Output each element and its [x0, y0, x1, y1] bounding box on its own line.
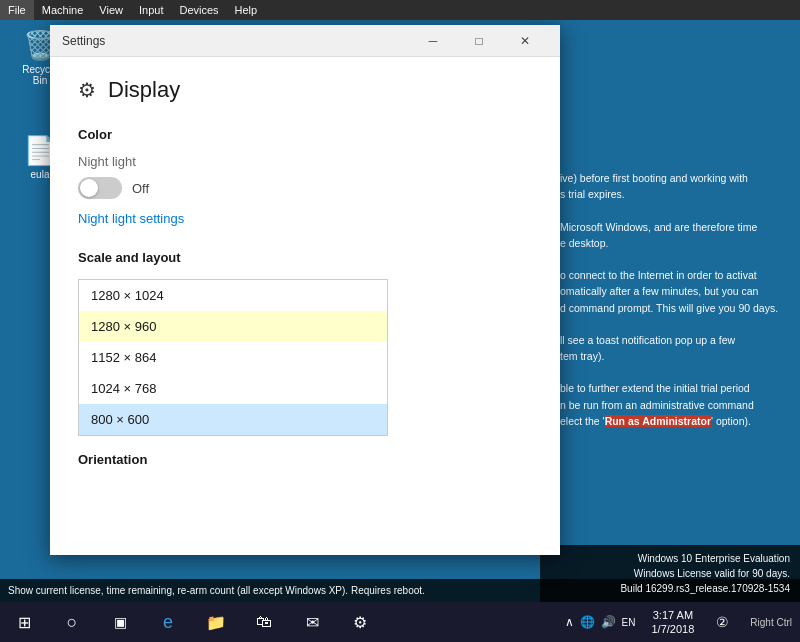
keyboard-icon: EN [622, 617, 636, 628]
resolution-item-0[interactable]: 1280 × 1024 [79, 280, 387, 311]
search-button[interactable]: ○ [48, 602, 96, 642]
night-light-toggle-row: Off [78, 177, 532, 199]
settings-titlebar: Settings ─ □ ✕ [50, 25, 560, 57]
start-button[interactable]: ⊞ [0, 602, 48, 642]
resolution-item-1[interactable]: 1280 × 960 [79, 311, 387, 342]
date-display: 1/7/2018 [651, 622, 694, 636]
settings-title: Settings [62, 34, 410, 48]
settings-header: ⚙ Display [78, 77, 532, 103]
resolution-dropdown[interactable]: 1280 × 1024 1280 × 960 1152 × 864 1024 ×… [78, 279, 388, 436]
start-icon: ⊞ [18, 613, 31, 632]
expand-tray-icon[interactable]: ∧ [565, 615, 574, 629]
taskbar: ⊞ ○ ▣ e 📁 🛍 ✉ ⚙ ∧ 🌐 🔊 EN [0, 602, 800, 642]
folder-icon: 📁 [206, 613, 226, 632]
store-button[interactable]: 🛍 [240, 602, 288, 642]
time-display: 3:17 AM [653, 608, 693, 622]
search-icon: ○ [67, 612, 78, 633]
taskbar-right: ∧ 🌐 🔊 EN 3:17 AM 1/7/2018 ② Right Ctrl [557, 602, 800, 642]
scale-section: Scale and layout 1280 × 1024 1280 × 960 … [78, 250, 532, 436]
menu-view[interactable]: View [91, 0, 131, 20]
settings-content: ⚙ Display Color Night light Off Night li… [50, 57, 560, 555]
night-light-label: Night light [78, 154, 532, 169]
task-view-button[interactable]: ▣ [96, 602, 144, 642]
menu-machine[interactable]: Machine [34, 0, 92, 20]
resolution-item-3[interactable]: 1024 × 768 [79, 373, 387, 404]
titlebar-buttons: ─ □ ✕ [410, 25, 548, 57]
menu-bar: File Machine View Input Devices Help [0, 0, 800, 20]
right-panel-text: ive) before first booting and working wi… [560, 170, 790, 429]
resolution-item-2[interactable]: 1152 × 864 [79, 342, 387, 373]
desktop: File Machine View Input Devices Help 🗑️ … [0, 0, 800, 642]
edge-button[interactable]: e [144, 602, 192, 642]
resolution-list: 1280 × 1024 1280 × 960 1152 × 864 1024 ×… [78, 279, 388, 436]
night-light-settings-link[interactable]: Night light settings [78, 211, 184, 226]
eula-label: eula [31, 169, 50, 180]
scale-section-title: Scale and layout [78, 250, 532, 265]
page-title: Display [108, 77, 180, 103]
menu-help[interactable]: Help [227, 0, 266, 20]
color-section: Color Night light Off Night light settin… [78, 127, 532, 250]
mail-button[interactable]: ✉ [288, 602, 336, 642]
activation-warning: Windows 10 Enterprise Evaluation Windows… [540, 545, 800, 602]
close-button[interactable]: ✕ [502, 25, 548, 57]
menu-file[interactable]: File [0, 0, 34, 20]
clock[interactable]: 3:17 AM 1/7/2018 [643, 608, 702, 637]
minimize-button[interactable]: ─ [410, 25, 456, 57]
settings-taskbar-icon: ⚙ [353, 613, 367, 632]
network-icon[interactable]: 🌐 [580, 615, 595, 629]
notification-button[interactable]: ② [702, 602, 742, 642]
settings-window: Settings ─ □ ✕ ⚙ Display Color Night lig… [50, 25, 560, 555]
toggle-state-label: Off [132, 181, 149, 196]
maximize-button[interactable]: □ [456, 25, 502, 57]
menu-input[interactable]: Input [131, 0, 171, 20]
night-light-toggle[interactable] [78, 177, 122, 199]
color-section-title: Color [78, 127, 532, 142]
sys-tray: ∧ 🌐 🔊 EN [557, 615, 644, 629]
display-icon: ⚙ [78, 78, 96, 102]
edge-icon: e [163, 612, 173, 633]
right-ctrl-indicator: Right Ctrl [742, 617, 800, 628]
menu-devices[interactable]: Devices [171, 0, 226, 20]
orientation-section-title: Orientation [78, 452, 532, 467]
store-icon: 🛍 [256, 613, 272, 631]
orientation-section: Orientation [78, 452, 532, 467]
mail-icon: ✉ [306, 613, 319, 632]
settings-button[interactable]: ⚙ [336, 602, 384, 642]
volume-icon[interactable]: 🔊 [601, 615, 616, 629]
resolution-item-4[interactable]: 800 × 600 [79, 404, 387, 435]
notification-badge: ② [716, 614, 729, 630]
task-view-icon: ▣ [114, 614, 127, 630]
folder-button[interactable]: 📁 [192, 602, 240, 642]
toggle-knob [80, 179, 98, 197]
